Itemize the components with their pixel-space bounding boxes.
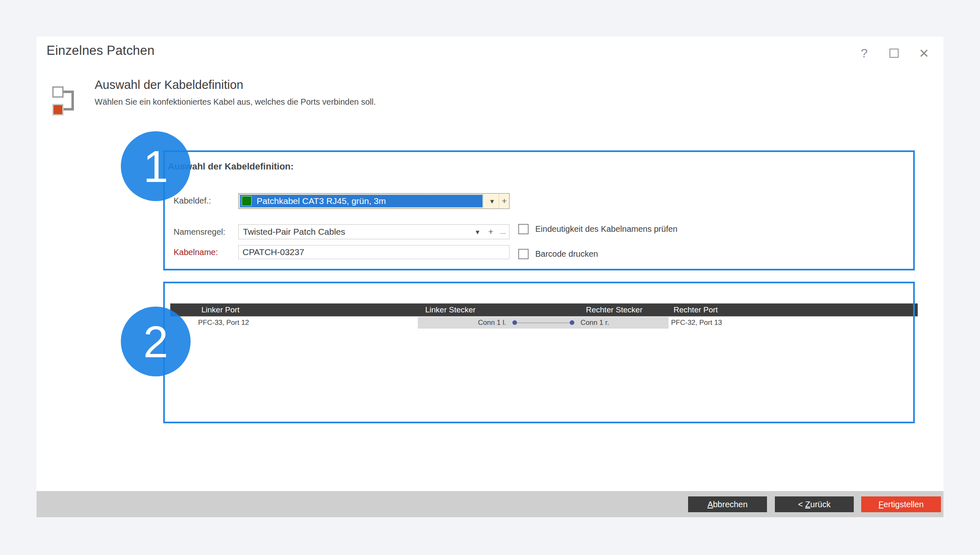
help-icon[interactable]: ? (855, 46, 873, 61)
patch-connections-table: Linker Port Linker Stecker Rechter Steck… (170, 303, 918, 329)
add-cable-definition-icon[interactable]: + (499, 194, 510, 209)
kabeldef-label: Kabeldef.: (174, 193, 211, 208)
barcode-print-option[interactable]: Barcode drucken (518, 249, 598, 259)
column-header-rechter-port[interactable]: Rechter Port (674, 304, 718, 316)
column-header-rechter-stecker[interactable]: Rechter Stecker (586, 304, 642, 316)
namensregel-label: Namensregel: (174, 224, 225, 239)
barcode-checkbox-label: Barcode drucken (535, 249, 598, 259)
wizard-dialog: Einzelnes Patchen ? ✕ Auswahl der Kabeld… (37, 37, 943, 517)
connector-cell: Conn 1 l. Conn 1 r. (418, 317, 669, 329)
dialog-footer: Abbrechen < Zurück Fertigstellen (37, 491, 943, 517)
column-header-linker-stecker[interactable]: Linker Stecker (425, 304, 475, 316)
step-2-badge: 2 (121, 307, 191, 376)
table-row[interactable]: PFC-33, Port 12 Conn 1 l. Conn 1 r. PFC-… (170, 317, 918, 329)
connection-table-group: Linker Port Linker Stecker Rechter Steck… (163, 282, 915, 423)
kabeldef-combobox[interactable]: Patchkabel CAT3 RJ45, grün, 3m ▼ + (238, 193, 510, 209)
uniqueness-checkbox-label: Eindeutigkeit des Kabelnamens prüfen (535, 224, 677, 234)
finish-button[interactable]: Fertigstellen (861, 496, 941, 512)
barcode-checkbox[interactable] (518, 249, 529, 259)
namensregel-combobox[interactable]: Twisted-Pair Patch Cables ▼ + ... (238, 224, 510, 239)
cable-connection-line (514, 322, 572, 323)
kabelname-input[interactable] (238, 245, 510, 259)
close-icon[interactable]: ✕ (915, 46, 933, 61)
namensregel-value: Twisted-Pair Patch Cables (243, 225, 345, 239)
patch-cable-icon (51, 86, 78, 120)
kabeldef-selected-item[interactable]: Patchkabel CAT3 RJ45, grün, 3m (240, 195, 483, 207)
patch-icon-square-top (52, 86, 64, 98)
patch-icon-square-bottom (52, 104, 64, 115)
window-controls: ? ✕ (855, 46, 933, 61)
table-header-row: Linker Port Linker Stecker Rechter Steck… (170, 303, 918, 317)
cable-color-swatch (242, 196, 252, 206)
uniqueness-check-option[interactable]: Eindeutigkeit des Kabelnamens prüfen (518, 224, 677, 234)
add-naming-rule-icon[interactable]: + (485, 225, 496, 239)
back-button[interactable]: < Zurück (775, 496, 854, 512)
patch-icon-bracket (62, 91, 74, 111)
page-subtitle: Wählen Sie ein konfektioniertes Kabel au… (95, 97, 376, 107)
left-port-cell: PFC-33, Port 12 (198, 317, 249, 329)
maximize-icon[interactable] (885, 46, 903, 61)
column-header-linker-port[interactable]: Linker Port (201, 304, 240, 316)
uniqueness-checkbox[interactable] (518, 224, 529, 234)
page-title: Auswahl der Kabeldefinition (95, 78, 243, 92)
right-connector-dot-icon (570, 320, 574, 325)
chevron-down-icon[interactable]: ▼ (471, 225, 484, 239)
more-options-icon[interactable]: ... (497, 225, 509, 239)
chevron-down-icon[interactable]: ▼ (486, 194, 498, 209)
right-port-cell: PFC-32, Port 13 (671, 317, 722, 329)
right-connector-label: Conn 1 r. (581, 317, 609, 329)
cable-definition-group: Auswahl der Kabeldefinition: Kabeldef.: … (163, 150, 915, 270)
window-title: Einzelnes Patchen (47, 43, 154, 58)
kabelname-label: Kabelname: (174, 245, 218, 260)
left-connector-dot-icon (512, 320, 517, 325)
kabeldef-value: Patchkabel CAT3 RJ45, grün, 3m (257, 196, 386, 206)
left-connector-label: Conn 1 l. (451, 317, 506, 329)
cancel-button[interactable]: Abbrechen (688, 496, 767, 512)
step-1-badge: 1 (121, 131, 191, 201)
